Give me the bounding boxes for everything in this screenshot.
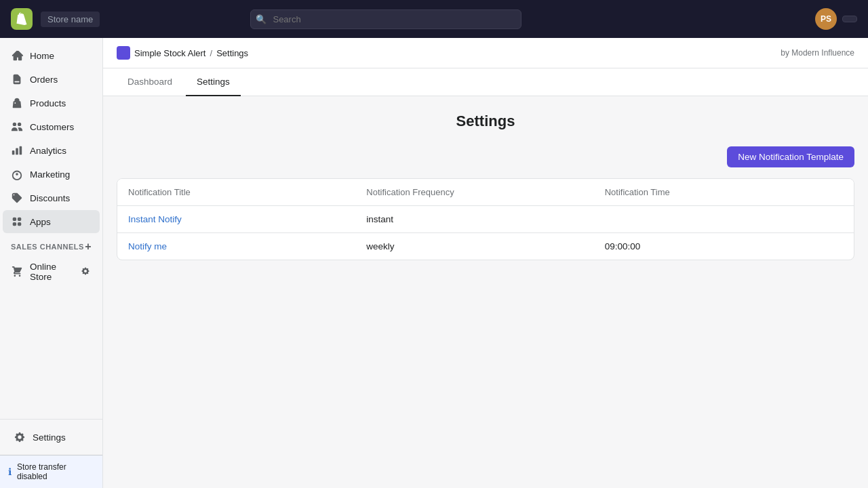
orders-icon (11, 73, 23, 85)
sidebar-item-marketing-label: Marketing (30, 169, 70, 180)
add-sales-channel-button[interactable]: + (85, 241, 92, 253)
app-icon (117, 46, 130, 60)
breadcrumb-current-page: Settings (216, 48, 248, 58)
notification-title-notify-me[interactable]: Notify me (128, 241, 366, 251)
sales-channels-label: SALES CHANNELS (11, 243, 84, 251)
top-bar-right: PS (815, 8, 857, 30)
sidebar-item-customers[interactable]: Customers (3, 115, 100, 138)
main-content: Simple Stock Alert / Settings by Modern … (103, 38, 868, 488)
sidebar-item-customers-label: Customers (30, 122, 74, 132)
sidebar-item-apps[interactable]: Apps (3, 210, 100, 233)
search-icon: 🔍 (256, 14, 267, 24)
shopify-logo (11, 8, 33, 30)
notification-frequency-weekly: weekly (366, 241, 604, 251)
app-frame: Store name 🔍 PS Home (0, 0, 868, 488)
customers-icon (11, 121, 23, 133)
sidebar-item-discounts-label: Discounts (30, 193, 70, 203)
sidebar-item-orders-label: Orders (30, 75, 58, 85)
search-input[interactable] (250, 9, 521, 29)
sidebar-item-analytics-label: Analytics (30, 146, 66, 156)
analytics-icon (11, 144, 23, 157)
table-row: Notify me weekly 09:00:00 (117, 233, 854, 260)
sidebar-item-products[interactable]: Products (3, 92, 100, 115)
settings-icon (14, 431, 26, 443)
tab-settings[interactable]: Settings (186, 68, 241, 96)
breadcrumb-bar: Simple Stock Alert / Settings by Modern … (103, 38, 868, 68)
notification-frequency-instant: instant (366, 214, 604, 224)
store-icon (11, 266, 23, 278)
sidebar-item-online-store[interactable]: Online Store (3, 256, 100, 287)
new-template-row: New Notification Template (117, 146, 854, 167)
store-name: Store name (41, 12, 100, 27)
sidebar-item-orders[interactable]: Orders (3, 68, 100, 91)
sidebar-item-marketing[interactable]: Marketing (3, 163, 100, 186)
sidebar-item-settings-label: Settings (33, 432, 66, 443)
notification-table: Notification Title Notification Frequenc… (117, 178, 854, 260)
sidebar-item-online-store-label: Online Store (30, 262, 73, 282)
store-transfer-bar: ℹ Store transfer disabled (0, 455, 102, 488)
tab-bar: Dashboard Settings (103, 68, 868, 96)
sidebar-item-products-label: Products (30, 98, 66, 108)
breadcrumb: Simple Stock Alert / Settings (117, 46, 248, 60)
breadcrumb-app-name: Simple Stock Alert (134, 48, 206, 58)
page-title: Settings (117, 113, 854, 130)
notification-title-instant-notify[interactable]: Instant Notify (128, 214, 366, 224)
sidebar-item-discounts[interactable]: Discounts (3, 186, 100, 209)
new-notification-template-button[interactable]: New Notification Template (727, 146, 854, 167)
sales-channels-section: SALES CHANNELS + (0, 234, 102, 256)
top-bar-store-button[interactable] (842, 16, 857, 22)
sidebar-item-apps-label: Apps (30, 217, 51, 227)
home-icon (11, 49, 23, 62)
online-store-settings-button[interactable] (79, 265, 92, 279)
sidebar-item-home[interactable]: Home (3, 44, 100, 67)
notification-time-instant (605, 214, 843, 224)
sidebar-item-home-label: Home (30, 51, 54, 61)
column-header-time: Notification Time (605, 187, 843, 197)
column-header-frequency: Notification Frequency (366, 187, 604, 197)
sidebar-nav: Home Orders Products (0, 43, 102, 419)
apps-icon (11, 216, 23, 228)
breadcrumb-separator: / (210, 48, 213, 58)
products-icon (11, 97, 23, 109)
main-area: Home Orders Products (0, 38, 868, 488)
search-bar: 🔍 (250, 9, 521, 29)
marketing-icon (11, 168, 23, 180)
table-header: Notification Title Notification Frequenc… (117, 179, 854, 206)
sidebar-item-analytics[interactable]: Analytics (3, 139, 100, 162)
store-transfer-text: Store transfer disabled (17, 462, 94, 481)
tab-dashboard[interactable]: Dashboard (117, 68, 183, 96)
info-icon: ℹ (8, 466, 12, 477)
discounts-icon (11, 192, 23, 204)
avatar: PS (815, 8, 837, 30)
table-row: Instant Notify instant (117, 206, 854, 233)
sidebar: Home Orders Products (0, 38, 103, 488)
sidebar-item-settings[interactable]: Settings (5, 426, 97, 449)
by-developer-text: by Modern Influence (781, 48, 854, 58)
page-content: Settings New Notification Template Notif… (103, 96, 868, 277)
notification-time-weekly: 09:00:00 (605, 241, 843, 251)
column-header-title: Notification Title (128, 187, 366, 197)
sidebar-bottom: Settings (0, 419, 102, 455)
top-bar: Store name 🔍 PS (0, 0, 868, 38)
